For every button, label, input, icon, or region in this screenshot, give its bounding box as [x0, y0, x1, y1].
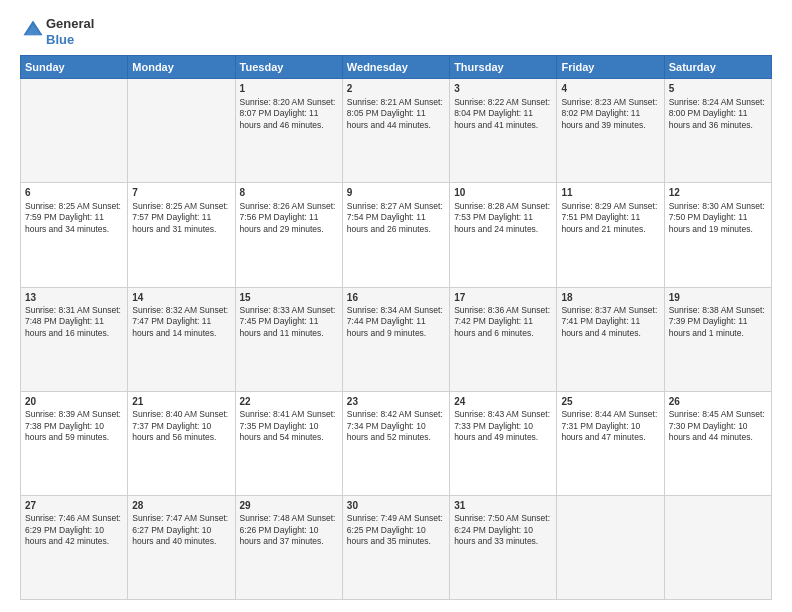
header-saturday: Saturday	[664, 56, 771, 79]
day-info: Sunrise: 8:37 AM Sunset: 7:41 PM Dayligh…	[561, 305, 659, 339]
day-info: Sunrise: 8:44 AM Sunset: 7:31 PM Dayligh…	[561, 409, 659, 443]
day-number: 7	[132, 186, 230, 200]
logo: General Blue	[20, 16, 94, 47]
calendar-cell: 22Sunrise: 8:41 AM Sunset: 7:35 PM Dayli…	[235, 391, 342, 495]
calendar-cell: 29Sunrise: 7:48 AM Sunset: 6:26 PM Dayli…	[235, 495, 342, 599]
calendar-cell: 26Sunrise: 8:45 AM Sunset: 7:30 PM Dayli…	[664, 391, 771, 495]
day-number: 28	[132, 499, 230, 513]
day-info: Sunrise: 8:22 AM Sunset: 8:04 PM Dayligh…	[454, 97, 552, 131]
calendar-cell: 25Sunrise: 8:44 AM Sunset: 7:31 PM Dayli…	[557, 391, 664, 495]
day-number: 2	[347, 82, 445, 96]
day-info: Sunrise: 7:46 AM Sunset: 6:29 PM Dayligh…	[25, 513, 123, 547]
day-number: 4	[561, 82, 659, 96]
day-number: 8	[240, 186, 338, 200]
day-info: Sunrise: 8:34 AM Sunset: 7:44 PM Dayligh…	[347, 305, 445, 339]
header-wednesday: Wednesday	[342, 56, 449, 79]
day-info: Sunrise: 8:43 AM Sunset: 7:33 PM Dayligh…	[454, 409, 552, 443]
day-number: 5	[669, 82, 767, 96]
day-info: Sunrise: 8:28 AM Sunset: 7:53 PM Dayligh…	[454, 201, 552, 235]
day-info: Sunrise: 8:26 AM Sunset: 7:56 PM Dayligh…	[240, 201, 338, 235]
page: General Blue SundayMondayTuesdayWednesda…	[0, 0, 792, 612]
day-info: Sunrise: 8:38 AM Sunset: 7:39 PM Dayligh…	[669, 305, 767, 339]
day-number: 25	[561, 395, 659, 409]
day-number: 29	[240, 499, 338, 513]
day-info: Sunrise: 8:23 AM Sunset: 8:02 PM Dayligh…	[561, 97, 659, 131]
day-info: Sunrise: 8:27 AM Sunset: 7:54 PM Dayligh…	[347, 201, 445, 235]
day-number: 9	[347, 186, 445, 200]
day-info: Sunrise: 7:49 AM Sunset: 6:25 PM Dayligh…	[347, 513, 445, 547]
week-row-1: 1Sunrise: 8:20 AM Sunset: 8:07 PM Daylig…	[21, 79, 772, 183]
week-row-2: 6Sunrise: 8:25 AM Sunset: 7:59 PM Daylig…	[21, 183, 772, 287]
day-info: Sunrise: 8:40 AM Sunset: 7:37 PM Dayligh…	[132, 409, 230, 443]
header-thursday: Thursday	[450, 56, 557, 79]
day-info: Sunrise: 8:31 AM Sunset: 7:48 PM Dayligh…	[25, 305, 123, 339]
calendar-cell: 20Sunrise: 8:39 AM Sunset: 7:38 PM Dayli…	[21, 391, 128, 495]
calendar-cell: 31Sunrise: 7:50 AM Sunset: 6:24 PM Dayli…	[450, 495, 557, 599]
calendar-cell: 6Sunrise: 8:25 AM Sunset: 7:59 PM Daylig…	[21, 183, 128, 287]
calendar-cell: 10Sunrise: 8:28 AM Sunset: 7:53 PM Dayli…	[450, 183, 557, 287]
day-number: 26	[669, 395, 767, 409]
header-tuesday: Tuesday	[235, 56, 342, 79]
calendar-cell: 24Sunrise: 8:43 AM Sunset: 7:33 PM Dayli…	[450, 391, 557, 495]
header-row: SundayMondayTuesdayWednesdayThursdayFrid…	[21, 56, 772, 79]
day-info: Sunrise: 7:47 AM Sunset: 6:27 PM Dayligh…	[132, 513, 230, 547]
calendar-cell: 17Sunrise: 8:36 AM Sunset: 7:42 PM Dayli…	[450, 287, 557, 391]
day-number: 14	[132, 291, 230, 305]
calendar-cell: 9Sunrise: 8:27 AM Sunset: 7:54 PM Daylig…	[342, 183, 449, 287]
week-row-4: 20Sunrise: 8:39 AM Sunset: 7:38 PM Dayli…	[21, 391, 772, 495]
day-number: 30	[347, 499, 445, 513]
day-number: 10	[454, 186, 552, 200]
calendar-cell: 30Sunrise: 7:49 AM Sunset: 6:25 PM Dayli…	[342, 495, 449, 599]
day-number: 18	[561, 291, 659, 305]
day-info: Sunrise: 8:25 AM Sunset: 7:57 PM Dayligh…	[132, 201, 230, 235]
day-number: 15	[240, 291, 338, 305]
day-info: Sunrise: 7:48 AM Sunset: 6:26 PM Dayligh…	[240, 513, 338, 547]
logo-line1: General	[46, 16, 94, 32]
day-info: Sunrise: 8:24 AM Sunset: 8:00 PM Dayligh…	[669, 97, 767, 131]
day-info: Sunrise: 8:29 AM Sunset: 7:51 PM Dayligh…	[561, 201, 659, 235]
calendar-cell: 12Sunrise: 8:30 AM Sunset: 7:50 PM Dayli…	[664, 183, 771, 287]
day-info: Sunrise: 8:42 AM Sunset: 7:34 PM Dayligh…	[347, 409, 445, 443]
calendar-cell	[557, 495, 664, 599]
calendar-cell: 21Sunrise: 8:40 AM Sunset: 7:37 PM Dayli…	[128, 391, 235, 495]
calendar-cell: 4Sunrise: 8:23 AM Sunset: 8:02 PM Daylig…	[557, 79, 664, 183]
day-info: Sunrise: 8:32 AM Sunset: 7:47 PM Dayligh…	[132, 305, 230, 339]
day-number: 20	[25, 395, 123, 409]
calendar-cell: 14Sunrise: 8:32 AM Sunset: 7:47 PM Dayli…	[128, 287, 235, 391]
calendar-cell	[664, 495, 771, 599]
logo-icon	[22, 19, 44, 41]
day-number: 3	[454, 82, 552, 96]
day-number: 11	[561, 186, 659, 200]
day-info: Sunrise: 8:39 AM Sunset: 7:38 PM Dayligh…	[25, 409, 123, 443]
calendar-cell: 3Sunrise: 8:22 AM Sunset: 8:04 PM Daylig…	[450, 79, 557, 183]
calendar-cell	[21, 79, 128, 183]
day-info: Sunrise: 8:41 AM Sunset: 7:35 PM Dayligh…	[240, 409, 338, 443]
day-info: Sunrise: 8:33 AM Sunset: 7:45 PM Dayligh…	[240, 305, 338, 339]
day-info: Sunrise: 8:21 AM Sunset: 8:05 PM Dayligh…	[347, 97, 445, 131]
week-row-5: 27Sunrise: 7:46 AM Sunset: 6:29 PM Dayli…	[21, 495, 772, 599]
day-info: Sunrise: 7:50 AM Sunset: 6:24 PM Dayligh…	[454, 513, 552, 547]
day-number: 12	[669, 186, 767, 200]
header-monday: Monday	[128, 56, 235, 79]
day-number: 31	[454, 499, 552, 513]
day-number: 24	[454, 395, 552, 409]
calendar-cell: 28Sunrise: 7:47 AM Sunset: 6:27 PM Dayli…	[128, 495, 235, 599]
calendar-cell: 8Sunrise: 8:26 AM Sunset: 7:56 PM Daylig…	[235, 183, 342, 287]
day-info: Sunrise: 8:30 AM Sunset: 7:50 PM Dayligh…	[669, 201, 767, 235]
day-info: Sunrise: 8:45 AM Sunset: 7:30 PM Dayligh…	[669, 409, 767, 443]
day-number: 13	[25, 291, 123, 305]
header-sunday: Sunday	[21, 56, 128, 79]
week-row-3: 13Sunrise: 8:31 AM Sunset: 7:48 PM Dayli…	[21, 287, 772, 391]
calendar-cell: 23Sunrise: 8:42 AM Sunset: 7:34 PM Dayli…	[342, 391, 449, 495]
calendar-cell: 27Sunrise: 7:46 AM Sunset: 6:29 PM Dayli…	[21, 495, 128, 599]
day-info: Sunrise: 8:20 AM Sunset: 8:07 PM Dayligh…	[240, 97, 338, 131]
calendar-cell: 16Sunrise: 8:34 AM Sunset: 7:44 PM Dayli…	[342, 287, 449, 391]
day-number: 27	[25, 499, 123, 513]
day-number: 1	[240, 82, 338, 96]
calendar-cell: 18Sunrise: 8:37 AM Sunset: 7:41 PM Dayli…	[557, 287, 664, 391]
day-info: Sunrise: 8:25 AM Sunset: 7:59 PM Dayligh…	[25, 201, 123, 235]
day-number: 22	[240, 395, 338, 409]
day-number: 17	[454, 291, 552, 305]
logo-line2: Blue	[46, 32, 94, 48]
calendar-cell: 13Sunrise: 8:31 AM Sunset: 7:48 PM Dayli…	[21, 287, 128, 391]
